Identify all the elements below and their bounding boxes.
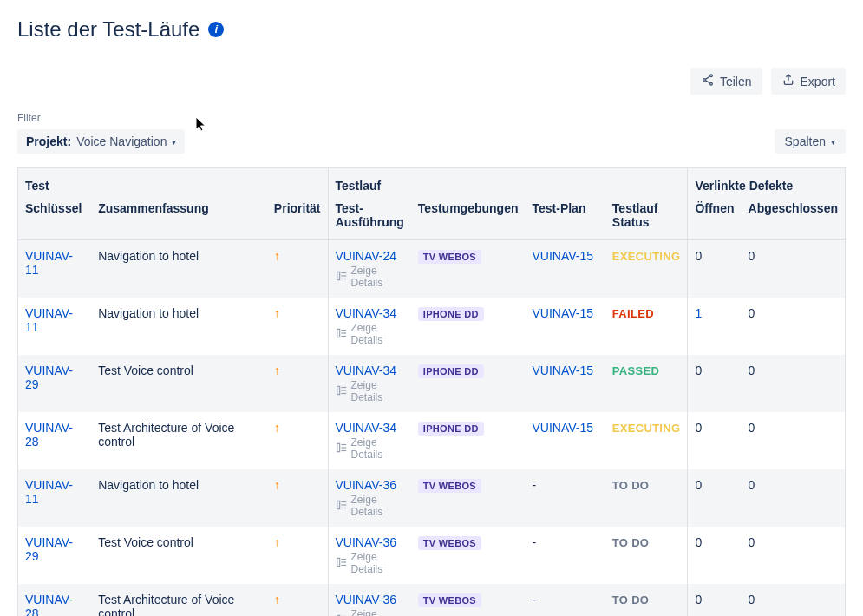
plan-empty: -: [532, 478, 536, 492]
environment-chip[interactable]: IPHONE DD: [418, 307, 484, 321]
table-row: VUINAV-29Test Voice control↑VUINAV-34Zei…: [18, 355, 846, 412]
status-badge: TO DO: [612, 479, 649, 492]
table-row: VUINAV-11Navigation to hotel↑VUINAV-24Ze…: [18, 240, 846, 298]
show-details-link[interactable]: Zeige Details: [336, 551, 404, 575]
priority-up-icon: ↑: [274, 364, 280, 377]
done-defects: 0: [749, 593, 755, 606]
test-summary: Navigation to hotel: [98, 306, 199, 320]
priority-up-icon: ↑: [274, 421, 280, 435]
plan-link[interactable]: VUINAV-15: [532, 249, 593, 263]
test-summary: Navigation to hotel: [98, 478, 199, 492]
th-group-run: Testlauf: [328, 168, 688, 202]
priority-up-icon: ↑: [274, 249, 280, 263]
export-icon: [781, 73, 795, 89]
th-open[interactable]: Öffnen: [688, 201, 742, 240]
environment-chip[interactable]: IPHONE DD: [418, 364, 484, 378]
show-details-link[interactable]: Zeige Details: [336, 494, 404, 518]
execution-link[interactable]: VUINAV-36: [336, 535, 404, 549]
th-execution[interactable]: Test-Ausführung: [328, 201, 411, 240]
filter-group: Filter Projekt: Voice Navigation ▾: [17, 110, 185, 154]
share-icon: [701, 73, 715, 89]
test-key-link[interactable]: VUINAV-28: [25, 593, 73, 616]
show-details-link[interactable]: Zeige Details: [336, 379, 404, 403]
test-key-link[interactable]: VUINAV-29: [25, 535, 73, 563]
status-badge: EXECUTING: [612, 250, 681, 263]
info-icon[interactable]: i: [208, 22, 224, 37]
execution-link[interactable]: VUINAV-36: [336, 478, 404, 492]
environment-chip[interactable]: TV WEBOS: [418, 250, 481, 264]
plan-empty: -: [532, 593, 536, 606]
columns-button[interactable]: Spalten ▾: [775, 129, 846, 154]
show-details-link[interactable]: Zeige Details: [336, 436, 404, 461]
open-defects-link[interactable]: 1: [695, 306, 702, 320]
plan-link[interactable]: VUINAV-15: [532, 364, 593, 377]
execution-link[interactable]: VUINAV-34: [336, 421, 404, 435]
show-details-link[interactable]: Zeige Details: [336, 322, 404, 346]
share-label: Teilen: [720, 75, 752, 88]
test-summary: Navigation to hotel: [98, 249, 199, 263]
filter-key: Projekt:: [26, 134, 71, 148]
page-header: Liste der Test-Läufe i: [17, 17, 846, 42]
environment-chip[interactable]: TV WEBOS: [418, 536, 481, 550]
th-group-test: Test: [18, 168, 329, 202]
export-label: Export: [801, 75, 835, 88]
test-key-link[interactable]: VUINAV-28: [25, 421, 73, 449]
open-defects: 0: [695, 249, 702, 263]
details-icon: [336, 613, 348, 617]
chevron-down-icon: ▾: [831, 137, 835, 147]
plan-link[interactable]: VUINAV-15: [532, 306, 593, 320]
environment-chip[interactable]: IPHONE DD: [418, 422, 484, 436]
th-environments[interactable]: Testumgebungen: [411, 201, 526, 240]
th-done[interactable]: Abgeschlossen: [742, 201, 846, 240]
environment-chip[interactable]: TV WEBOS: [418, 593, 481, 607]
chevron-down-icon: ▾: [172, 137, 176, 147]
th-status[interactable]: Testlauf Status: [605, 201, 688, 240]
environment-chip[interactable]: TV WEBOS: [418, 479, 481, 493]
table-row: VUINAV-11Navigation to hotel↑VUINAV-36Ze…: [18, 469, 846, 527]
svg-point-0: [710, 75, 713, 77]
th-summary[interactable]: Zusammenfassung: [91, 201, 267, 240]
done-defects: 0: [749, 421, 755, 435]
th-priority[interactable]: Priorität: [267, 201, 328, 240]
svg-point-2: [710, 82, 713, 85]
details-icon: [336, 442, 348, 456]
project-filter[interactable]: Projekt: Voice Navigation ▾: [17, 129, 185, 154]
test-key-link[interactable]: VUINAV-29: [25, 364, 73, 391]
open-defects: 0: [695, 593, 702, 606]
open-defects: 0: [695, 535, 702, 549]
done-defects: 0: [749, 249, 755, 263]
execution-link[interactable]: VUINAV-34: [336, 306, 404, 320]
plan-link[interactable]: VUINAV-15: [532, 421, 593, 435]
table-row: VUINAV-29Test Voice control↑VUINAV-36Zei…: [18, 527, 846, 584]
plan-empty: -: [532, 535, 536, 549]
test-summary: Test Voice control: [98, 364, 193, 377]
test-key-link[interactable]: VUINAV-11: [25, 249, 73, 277]
details-icon: [336, 384, 348, 399]
columns-label: Spalten: [785, 134, 826, 148]
share-button[interactable]: Teilen: [690, 68, 762, 95]
test-key-link[interactable]: VUINAV-11: [25, 306, 73, 334]
open-defects: 0: [695, 364, 702, 377]
export-button[interactable]: Export: [771, 68, 846, 95]
svg-rect-19: [337, 501, 339, 508]
status-badge: TO DO: [612, 593, 649, 606]
svg-rect-15: [337, 443, 339, 451]
execution-link[interactable]: VUINAV-36: [336, 593, 404, 606]
th-plan[interactable]: Test-Plan: [525, 201, 605, 240]
done-defects: 0: [749, 478, 755, 492]
details-icon: [336, 556, 348, 571]
test-key-link[interactable]: VUINAV-11: [25, 478, 73, 506]
show-details-link[interactable]: Zeige Details: [336, 608, 404, 616]
status-badge: FAILED: [612, 307, 654, 320]
show-details-link[interactable]: Zeige Details: [336, 265, 404, 289]
test-runs-table: Test Testlauf Verlinkte Defekte Schlüsse…: [17, 167, 846, 616]
open-defects: 0: [695, 421, 702, 435]
execution-link[interactable]: VUINAV-24: [336, 249, 404, 263]
table-row: VUINAV-28Test Architecture of Voice cont…: [18, 584, 846, 616]
status-badge: PASSED: [612, 364, 659, 377]
th-key[interactable]: Schlüssel: [18, 201, 92, 240]
svg-point-1: [703, 79, 706, 82]
priority-up-icon: ↑: [274, 593, 280, 606]
execution-link[interactable]: VUINAV-34: [336, 364, 404, 377]
details-icon: [336, 499, 348, 514]
